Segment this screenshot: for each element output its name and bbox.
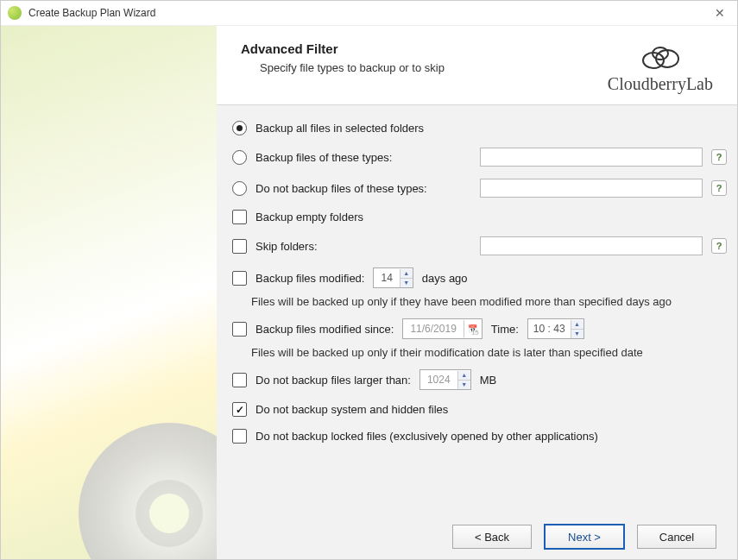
days-value: 14 — [374, 272, 399, 284]
days-spinner[interactable]: 14 ▲▼ — [373, 267, 413, 288]
wizard-footer: < Back Next > Cancel — [217, 514, 737, 559]
radio-exclude-types[interactable] — [232, 181, 247, 196]
chevron-down-icon[interactable]: ▼ — [401, 279, 413, 287]
radio-backup-types[interactable] — [232, 150, 247, 165]
radio-exclude-types-label: Do not backup files of these types: — [255, 182, 471, 195]
check-modified-since-label: Backup files modified since: — [255, 323, 394, 336]
size-spinner[interactable]: 1024 ▲▼ — [419, 369, 471, 390]
date-value: 11/6/2019 — [403, 323, 463, 335]
page-subtitle: Specify file types to backup or to skip — [260, 61, 608, 74]
check-system-hidden-label: Do not backup system and hidden files — [255, 403, 448, 416]
wizard-sidebar-graphic — [1, 26, 217, 559]
time-picker[interactable]: 10 : 43 ▲▼ — [527, 318, 584, 339]
date-picker[interactable]: 11/6/2019 📅15 — [402, 318, 482, 339]
chevron-up-icon[interactable]: ▲ — [571, 320, 583, 330]
disc-icon — [79, 423, 217, 559]
backup-types-input[interactable] — [480, 148, 703, 167]
check-system-hidden[interactable] — [232, 402, 247, 417]
next-button[interactable]: Next > — [544, 524, 625, 550]
page-title: Advanced Filter — [241, 41, 608, 56]
exclude-types-input[interactable] — [480, 179, 703, 198]
back-button[interactable]: < Back — [452, 525, 532, 549]
cancel-button[interactable]: Cancel — [637, 525, 716, 549]
wizard-window: Create Backup Plan Wizard ✕ Advanced Fil… — [0, 0, 738, 560]
check-backup-empty[interactable] — [232, 210, 247, 224]
chevron-up-icon[interactable]: ▲ — [401, 269, 413, 279]
size-value: 1024 — [420, 374, 457, 386]
check-larger-than-label: Do not backup files larger than: — [255, 374, 411, 387]
wizard-header: Advanced Filter Specify file types to ba… — [217, 26, 737, 105]
cloud-icon — [636, 41, 684, 72]
check-backup-empty-label: Backup empty folders — [255, 211, 363, 223]
check-skip-folders-label: Skip folders: — [255, 240, 471, 253]
help-icon[interactable]: ? — [711, 149, 727, 165]
app-icon — [8, 6, 22, 20]
calendar-icon[interactable]: 📅15 — [464, 320, 482, 337]
close-icon[interactable]: ✕ — [710, 6, 730, 20]
skip-folders-input[interactable] — [480, 236, 703, 255]
chevron-down-icon[interactable]: ▼ — [571, 330, 583, 338]
titlebar: Create Backup Plan Wizard ✕ — [1, 1, 737, 26]
modified-since-hint: Files will be backed up only if their mo… — [251, 346, 727, 359]
radio-backup-all[interactable] — [232, 121, 247, 135]
help-icon[interactable]: ? — [711, 180, 727, 196]
check-skip-folders[interactable] — [232, 239, 247, 254]
chevron-up-icon[interactable]: ▲ — [458, 371, 470, 381]
radio-backup-all-label: Backup all files in selected folders — [255, 122, 424, 135]
window-title: Create Backup Plan Wizard — [28, 7, 710, 19]
check-larger-than[interactable] — [232, 373, 247, 387]
help-icon[interactable]: ? — [711, 238, 727, 254]
wizard-content: Backup all files in selected folders Bac… — [217, 105, 737, 514]
time-label: Time: — [491, 323, 519, 336]
days-suffix: days ago — [422, 272, 468, 285]
check-locked-files-label: Do not backup locked files (exclusively … — [255, 430, 598, 443]
check-modified-since[interactable] — [232, 322, 247, 337]
brand-name: CloudberryLab — [608, 74, 713, 94]
chevron-down-icon[interactable]: ▼ — [458, 381, 470, 389]
check-modified-days-label: Backup files modified: — [255, 272, 364, 285]
radio-backup-types-label: Backup files of these types: — [255, 151, 471, 164]
check-modified-days[interactable] — [232, 271, 247, 286]
modified-days-hint: Files will be backed up only if they hav… — [251, 295, 727, 308]
size-unit: MB — [480, 374, 497, 387]
brand: CloudberryLab — [608, 41, 713, 94]
check-locked-files[interactable] — [232, 429, 247, 444]
